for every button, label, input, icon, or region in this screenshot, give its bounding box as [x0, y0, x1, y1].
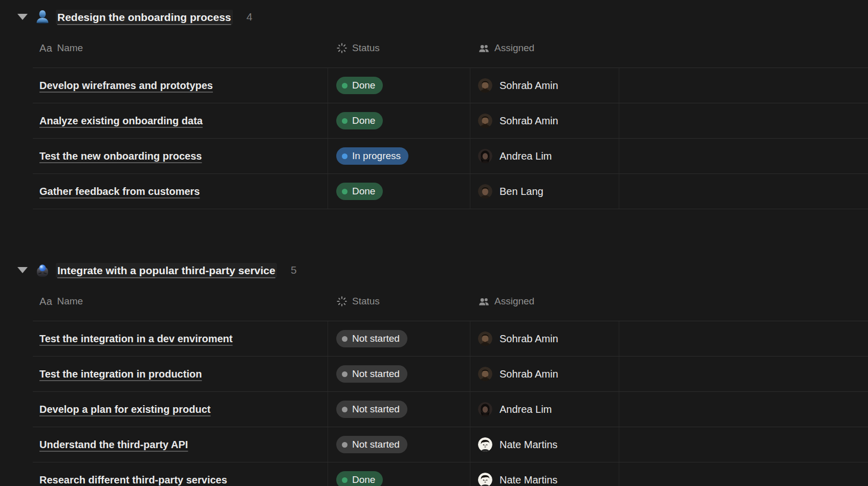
task-page-link[interactable]: Gather feedback from customers	[39, 186, 200, 197]
task-page-link[interactable]: Understand the third-party API	[39, 439, 188, 451]
task-name-cell[interactable]: Research different third-party services	[33, 462, 328, 486]
group-title-link[interactable]: Redesign the onboarding process	[56, 10, 233, 25]
task-name-cell[interactable]: Test the new onboarding process	[33, 139, 328, 173]
assigned-cell[interactable]: Andrea Lim	[470, 139, 619, 173]
avatar	[478, 437, 492, 452]
text-property-icon: Aa	[39, 296, 52, 307]
text-property-icon: Aa	[39, 42, 52, 54]
task-name-cell[interactable]: Test the integration in a dev enviroment	[33, 321, 328, 356]
avatar	[478, 149, 492, 163]
status-badge[interactable]: Done	[336, 77, 383, 94]
empty-cell	[619, 427, 868, 462]
group-collapse-toggle[interactable]	[13, 262, 32, 278]
assigned-cell[interactable]: Sohrab Amin	[470, 357, 619, 391]
empty-cell	[619, 321, 868, 356]
task-page-link[interactable]: Research different third-party services	[39, 474, 227, 486]
task-page-link[interactable]: Test the integration in a dev enviroment	[39, 333, 232, 345]
empty-cell	[619, 139, 868, 173]
task-name-cell[interactable]: Understand the third-party API	[33, 427, 328, 462]
status-dot	[342, 83, 348, 89]
task-name-cell[interactable]: Develop a plan for existing product	[33, 392, 328, 427]
task-page-link[interactable]: Develop wireframes and prototypes	[39, 80, 213, 92]
empty-cell	[619, 174, 868, 209]
status-cell[interactable]: Not started	[328, 321, 470, 356]
status-cell[interactable]: Done	[328, 68, 470, 103]
status-badge[interactable]: Done	[336, 112, 383, 129]
assignee-name: Ben Lang	[500, 186, 544, 197]
spinner-icon	[336, 42, 348, 54]
empty-cell	[619, 68, 868, 103]
assigned-cell[interactable]: Sohrab Amin	[470, 68, 619, 103]
avatar	[478, 78, 492, 93]
table-row: Gather feedback from customers Done Ben …	[33, 174, 868, 209]
status-dot	[342, 477, 348, 483]
column-header-assigned[interactable]: Assigned	[470, 42, 619, 54]
table-row: Develop a plan for existing product Not …	[33, 392, 868, 427]
status-badge[interactable]: In progress	[336, 147, 408, 165]
table-row: Understand the third-party API Not start…	[33, 427, 868, 462]
status-dot	[342, 407, 348, 412]
status-dot	[342, 189, 348, 194]
group-count: 5	[291, 264, 297, 276]
empty-cell	[619, 357, 868, 391]
chevron-down-icon	[17, 267, 28, 273]
group-title-link[interactable]: Integrate with a popular third-party ser…	[56, 263, 277, 278]
column-header-assigned[interactable]: Assigned	[470, 296, 619, 307]
group-redesign-onboarding: Redesign the onboarding process 4 Aa Nam…	[0, 5, 868, 209]
table-row: Test the integration in a dev enviroment…	[33, 321, 868, 357]
assigned-cell[interactable]: Andrea Lim	[470, 392, 619, 427]
avatar	[478, 402, 492, 416]
assignee-name: Andrea Lim	[500, 150, 552, 162]
task-page-link[interactable]: Develop a plan for existing product	[39, 404, 211, 415]
trackball-emoji-icon	[35, 262, 50, 278]
status-badge[interactable]: Not started	[336, 365, 407, 383]
task-name-cell[interactable]: Test the integration in production	[33, 357, 328, 391]
empty-cell	[619, 462, 868, 486]
chevron-down-icon	[17, 14, 28, 20]
status-cell[interactable]: Done	[328, 103, 470, 138]
status-dot	[342, 118, 348, 124]
task-page-link[interactable]: Test the integration in production	[39, 368, 202, 380]
status-cell[interactable]: In progress	[328, 139, 470, 173]
avatar	[478, 184, 492, 198]
status-cell[interactable]: Done	[328, 174, 470, 209]
assigned-cell[interactable]: Ben Lang	[470, 174, 619, 209]
column-header-status[interactable]: Status	[328, 42, 470, 54]
status-badge[interactable]: Not started	[336, 330, 407, 347]
assigned-cell[interactable]: Sohrab Amin	[470, 321, 619, 356]
status-badge[interactable]: Done	[336, 471, 383, 486]
column-header-status[interactable]: Status	[328, 296, 470, 307]
task-name-cell[interactable]: Develop wireframes and prototypes	[33, 68, 328, 103]
status-cell[interactable]: Not started	[328, 357, 470, 391]
avatar	[478, 114, 492, 128]
status-cell[interactable]: Not started	[328, 427, 470, 462]
table-row: Test the integration in production Not s…	[33, 357, 868, 392]
table-column-header: Aa Name Status Assigned	[33, 29, 868, 68]
group-count: 4	[247, 11, 253, 23]
bust-in-silhouette-emoji-icon	[35, 9, 50, 25]
column-header-name[interactable]: Aa Name	[33, 42, 328, 54]
avatar	[478, 367, 492, 381]
people-icon	[478, 296, 490, 307]
assignee-name: Sohrab Amin	[500, 80, 558, 92]
table-row: Research different third-party services …	[33, 462, 868, 486]
assignee-name: Andrea Lim	[500, 404, 552, 415]
column-header-name[interactable]: Aa Name	[33, 296, 328, 307]
group-integrate-third-party: Integrate with a popular third-party ser…	[0, 258, 868, 486]
spinner-icon	[336, 296, 348, 307]
task-name-cell[interactable]: Gather feedback from customers	[33, 174, 328, 209]
assigned-cell[interactable]: Nate Martins	[470, 462, 619, 486]
task-name-cell[interactable]: Analyze existing onboarding data	[33, 103, 328, 138]
task-page-link[interactable]: Test the new onboarding process	[39, 150, 202, 162]
assignee-name: Nate Martins	[500, 439, 557, 451]
status-cell[interactable]: Not started	[328, 392, 470, 427]
table-row: Test the new onboarding process In progr…	[33, 139, 868, 174]
status-cell[interactable]: Done	[328, 462, 470, 486]
status-badge[interactable]: Not started	[336, 436, 407, 453]
task-page-link[interactable]: Analyze existing onboarding data	[39, 115, 203, 127]
status-badge[interactable]: Done	[336, 183, 383, 200]
status-badge[interactable]: Not started	[336, 401, 407, 418]
assigned-cell[interactable]: Nate Martins	[470, 427, 619, 462]
assigned-cell[interactable]: Sohrab Amin	[470, 103, 619, 138]
group-collapse-toggle[interactable]	[13, 9, 32, 25]
